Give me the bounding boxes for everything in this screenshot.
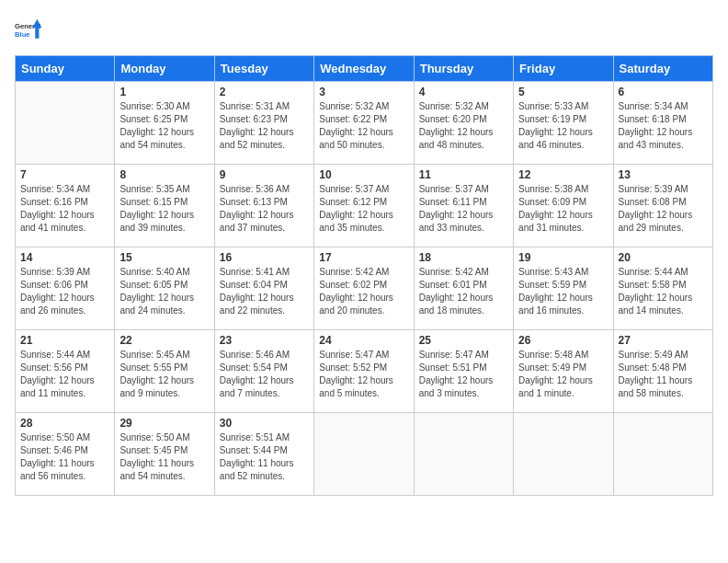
- calendar-cell: 3Sunrise: 5:32 AM Sunset: 6:22 PM Daylig…: [314, 82, 414, 165]
- header-day-thursday: Thursday: [414, 56, 513, 82]
- cell-info: Sunrise: 5:38 AM Sunset: 6:09 PM Dayligh…: [518, 183, 608, 235]
- calendar-cell: 5Sunrise: 5:33 AM Sunset: 6:19 PM Daylig…: [514, 82, 613, 165]
- day-number: 28: [20, 417, 109, 430]
- calendar-cell: 27Sunrise: 5:49 AM Sunset: 5:48 PM Dayli…: [613, 330, 712, 413]
- header-day-wednesday: Wednesday: [314, 56, 414, 82]
- cell-info: Sunrise: 5:51 AM Sunset: 5:44 PM Dayligh…: [220, 431, 309, 483]
- day-number: 18: [419, 251, 508, 264]
- cell-info: Sunrise: 5:32 AM Sunset: 6:20 PM Dayligh…: [419, 100, 508, 152]
- cell-info: Sunrise: 5:37 AM Sunset: 6:12 PM Dayligh…: [319, 183, 408, 235]
- cell-info: Sunrise: 5:47 AM Sunset: 5:51 PM Dayligh…: [419, 349, 508, 400]
- logo: General Blue: [15, 15, 44, 44]
- calendar-cell: 13Sunrise: 5:39 AM Sunset: 6:08 PM Dayli…: [613, 165, 712, 247]
- day-number: 17: [319, 251, 408, 264]
- day-number: 9: [220, 168, 309, 181]
- cell-info: Sunrise: 5:34 AM Sunset: 6:16 PM Dayligh…: [20, 183, 109, 235]
- day-number: 29: [119, 417, 209, 430]
- calendar-cell: 26Sunrise: 5:48 AM Sunset: 5:49 PM Dayli…: [514, 330, 613, 413]
- day-number: 3: [319, 86, 408, 98]
- cell-info: Sunrise: 5:40 AM Sunset: 6:05 PM Dayligh…: [119, 266, 209, 317]
- calendar-cell: 1Sunrise: 5:30 AM Sunset: 6:25 PM Daylig…: [115, 82, 214, 165]
- calendar-cell: 15Sunrise: 5:40 AM Sunset: 6:05 PM Dayli…: [115, 247, 214, 330]
- day-number: 7: [20, 168, 109, 181]
- cell-info: Sunrise: 5:42 AM Sunset: 6:01 PM Dayligh…: [419, 266, 508, 317]
- cell-info: Sunrise: 5:30 AM Sunset: 6:25 PM Dayligh…: [119, 100, 209, 152]
- cell-info: Sunrise: 5:49 AM Sunset: 5:48 PM Dayligh…: [619, 349, 708, 400]
- cell-info: Sunrise: 5:39 AM Sunset: 6:06 PM Dayligh…: [20, 266, 109, 317]
- cell-info: Sunrise: 5:36 AM Sunset: 6:13 PM Dayligh…: [220, 183, 309, 235]
- cell-info: Sunrise: 5:43 AM Sunset: 5:59 PM Dayligh…: [518, 266, 608, 317]
- calendar-cell: 14Sunrise: 5:39 AM Sunset: 6:06 PM Dayli…: [16, 247, 115, 330]
- cell-info: Sunrise: 5:44 AM Sunset: 5:58 PM Dayligh…: [619, 266, 708, 317]
- cell-info: Sunrise: 5:48 AM Sunset: 5:49 PM Dayligh…: [518, 349, 608, 400]
- cell-info: Sunrise: 5:35 AM Sunset: 6:15 PM Dayligh…: [119, 183, 209, 235]
- page-header: General Blue: [15, 15, 713, 44]
- cell-info: Sunrise: 5:32 AM Sunset: 6:22 PM Dayligh…: [319, 100, 408, 152]
- calendar-cell: 9Sunrise: 5:36 AM Sunset: 6:13 PM Daylig…: [214, 165, 313, 247]
- day-number: 23: [220, 334, 309, 347]
- day-number: 20: [619, 251, 708, 264]
- day-number: 5: [518, 86, 608, 98]
- header-day-sunday: Sunday: [16, 56, 115, 82]
- calendar-cell: 18Sunrise: 5:42 AM Sunset: 6:01 PM Dayli…: [414, 247, 513, 330]
- calendar-cell: 16Sunrise: 5:41 AM Sunset: 6:04 PM Dayli…: [214, 247, 313, 330]
- calendar-table: SundayMondayTuesdayWednesdayThursdayFrid…: [15, 55, 713, 496]
- day-number: 19: [518, 251, 608, 264]
- day-number: 14: [20, 251, 109, 264]
- cell-info: Sunrise: 5:37 AM Sunset: 6:11 PM Dayligh…: [419, 183, 508, 235]
- cell-info: Sunrise: 5:45 AM Sunset: 5:55 PM Dayligh…: [119, 349, 209, 400]
- day-number: 13: [619, 168, 708, 181]
- calendar-week-2: 7Sunrise: 5:34 AM Sunset: 6:16 PM Daylig…: [16, 165, 713, 247]
- calendar-cell: 20Sunrise: 5:44 AM Sunset: 5:58 PM Dayli…: [613, 247, 712, 330]
- day-number: 30: [220, 417, 309, 430]
- day-number: 1: [119, 86, 209, 98]
- day-number: 25: [419, 334, 508, 347]
- calendar-cell: 24Sunrise: 5:47 AM Sunset: 5:52 PM Dayli…: [314, 330, 414, 413]
- cell-info: Sunrise: 5:42 AM Sunset: 6:02 PM Dayligh…: [319, 266, 408, 317]
- calendar-week-5: 28Sunrise: 5:50 AM Sunset: 5:46 PM Dayli…: [16, 413, 713, 496]
- calendar-header-row: SundayMondayTuesdayWednesdayThursdayFrid…: [16, 56, 713, 82]
- day-number: 2: [220, 86, 309, 98]
- calendar-cell: [414, 413, 513, 496]
- calendar-cell: 29Sunrise: 5:50 AM Sunset: 5:45 PM Dayli…: [115, 413, 214, 496]
- calendar-cell: 12Sunrise: 5:38 AM Sunset: 6:09 PM Dayli…: [514, 165, 613, 247]
- logo-icon: General Blue: [15, 15, 44, 44]
- cell-info: Sunrise: 5:46 AM Sunset: 5:54 PM Dayligh…: [220, 349, 309, 400]
- calendar-cell: 28Sunrise: 5:50 AM Sunset: 5:46 PM Dayli…: [16, 413, 115, 496]
- calendar-cell: 30Sunrise: 5:51 AM Sunset: 5:44 PM Dayli…: [214, 413, 313, 496]
- day-number: 16: [220, 251, 309, 264]
- calendar-week-1: 1Sunrise: 5:30 AM Sunset: 6:25 PM Daylig…: [16, 82, 713, 165]
- cell-info: Sunrise: 5:31 AM Sunset: 6:23 PM Dayligh…: [220, 100, 309, 152]
- day-number: 11: [419, 168, 508, 181]
- day-number: 21: [20, 334, 109, 347]
- calendar-cell: 2Sunrise: 5:31 AM Sunset: 6:23 PM Daylig…: [214, 82, 313, 165]
- day-number: 12: [518, 168, 608, 181]
- day-number: 15: [119, 251, 209, 264]
- cell-info: Sunrise: 5:33 AM Sunset: 6:19 PM Dayligh…: [518, 100, 608, 152]
- cell-info: Sunrise: 5:34 AM Sunset: 6:18 PM Dayligh…: [619, 100, 708, 152]
- header-day-monday: Monday: [115, 56, 214, 82]
- day-number: 8: [119, 168, 209, 181]
- calendar-cell: [613, 413, 712, 496]
- calendar-cell: 7Sunrise: 5:34 AM Sunset: 6:16 PM Daylig…: [16, 165, 115, 247]
- svg-text:Blue: Blue: [15, 30, 30, 39]
- cell-info: Sunrise: 5:39 AM Sunset: 6:08 PM Dayligh…: [619, 183, 708, 235]
- calendar-cell: [314, 413, 414, 496]
- calendar-cell: [16, 82, 115, 165]
- day-number: 26: [518, 334, 608, 347]
- calendar-cell: 19Sunrise: 5:43 AM Sunset: 5:59 PM Dayli…: [514, 247, 613, 330]
- day-number: 22: [119, 334, 209, 347]
- cell-info: Sunrise: 5:50 AM Sunset: 5:46 PM Dayligh…: [20, 431, 109, 483]
- cell-info: Sunrise: 5:44 AM Sunset: 5:56 PM Dayligh…: [20, 349, 109, 400]
- calendar-cell: 23Sunrise: 5:46 AM Sunset: 5:54 PM Dayli…: [214, 330, 313, 413]
- calendar-cell: [514, 413, 613, 496]
- calendar-cell: 21Sunrise: 5:44 AM Sunset: 5:56 PM Dayli…: [16, 330, 115, 413]
- calendar-cell: 22Sunrise: 5:45 AM Sunset: 5:55 PM Dayli…: [115, 330, 214, 413]
- day-number: 24: [319, 334, 408, 347]
- header-day-tuesday: Tuesday: [214, 56, 313, 82]
- calendar-cell: 10Sunrise: 5:37 AM Sunset: 6:12 PM Dayli…: [314, 165, 414, 247]
- day-number: 27: [619, 334, 708, 347]
- calendar-week-3: 14Sunrise: 5:39 AM Sunset: 6:06 PM Dayli…: [16, 247, 713, 330]
- cell-info: Sunrise: 5:47 AM Sunset: 5:52 PM Dayligh…: [319, 349, 408, 400]
- header-day-saturday: Saturday: [613, 56, 712, 82]
